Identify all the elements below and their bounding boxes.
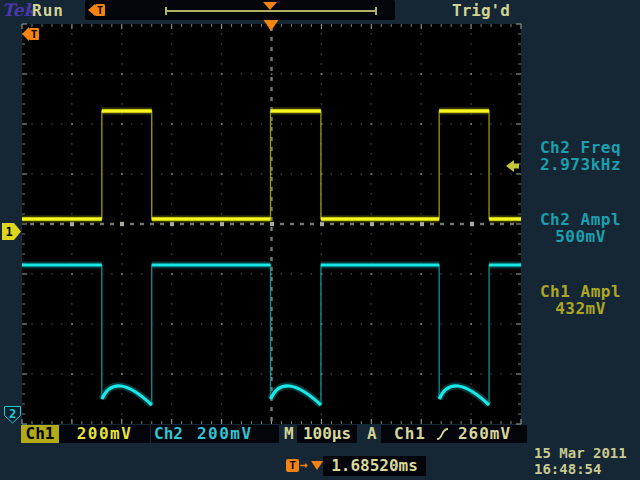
ch2-scale-group: Ch2 200mV [151, 425, 279, 443]
trigger-settings: Ch1 260mV [381, 425, 527, 443]
trigger-level: 260mV [458, 425, 511, 443]
time: 16:48:54 [534, 461, 627, 477]
measurement-value: 432mV [521, 300, 640, 317]
ch1-label: Ch1 [21, 425, 59, 443]
measurement-label: Ch2 Ampl [521, 211, 640, 228]
measurement-ch2-ampl: Ch2 Ampl 500mV [521, 211, 640, 245]
ch1-scale: 200mV [59, 425, 150, 443]
measurement-value: 2.973kHz [521, 156, 640, 173]
measurement-label: Ch2 Freq [521, 139, 640, 156]
trigger-status: Trig'd [452, 1, 510, 20]
record-length-bar [165, 10, 377, 12]
waveform-display: T [22, 24, 521, 424]
ch2-label: Ch2 [151, 425, 183, 443]
tek-logo: Tek [2, 0, 35, 20]
svg-text:2: 2 [9, 407, 16, 421]
measurement-label: Ch1 Ampl [521, 283, 640, 300]
right-arrow-icon: → [300, 457, 308, 472]
trigger-delay-readout: 1.68520ms [323, 456, 426, 476]
trigger-position-icon [311, 461, 323, 470]
rising-edge-icon [436, 427, 449, 441]
svg-text:1: 1 [5, 225, 12, 239]
trigger-offscreen-left-icon [22, 27, 29, 41]
ch2-trace-glow [22, 265, 521, 405]
timebase-label: M [284, 425, 294, 443]
measurement-ch1-ampl: Ch1 Ampl 432mV [521, 283, 640, 317]
date: 15 Mar 2011 [534, 445, 627, 461]
graticule: T [22, 24, 521, 424]
measurement-value: 500mV [521, 228, 640, 245]
trigger-position-top-icon [264, 20, 279, 31]
datetime: 15 Mar 2011 16:48:54 [534, 445, 627, 477]
trigger-level-arrow-icon [506, 160, 519, 172]
ch2-trace [22, 265, 521, 405]
trigger-letter: T [31, 28, 38, 41]
trigger-group-label: A [367, 425, 377, 443]
ch2-scale: 200mV [197, 425, 253, 443]
ch2-trace-edges [22, 265, 521, 405]
ch1-reference-marker: 1 [2, 223, 22, 240]
acquisition-state: Run [32, 1, 64, 20]
trigger-letter: T [97, 5, 103, 16]
oscilloscope-screen: Tek Run T Trig'd T 1 2 Ch2 Freq 2.973kHz… [0, 0, 640, 480]
ch2-reference-marker: 2 [4, 406, 22, 424]
timebase-value: 100µs [297, 425, 357, 443]
record-window-position-icon [263, 2, 277, 10]
measurement-ch2-freq: Ch2 Freq 2.973kHz [521, 139, 640, 173]
trigger-delay-t-icon: T [286, 459, 299, 472]
trigger-source: Ch1 [394, 425, 426, 443]
trigger-left-arrow-icon: T [88, 2, 106, 18]
